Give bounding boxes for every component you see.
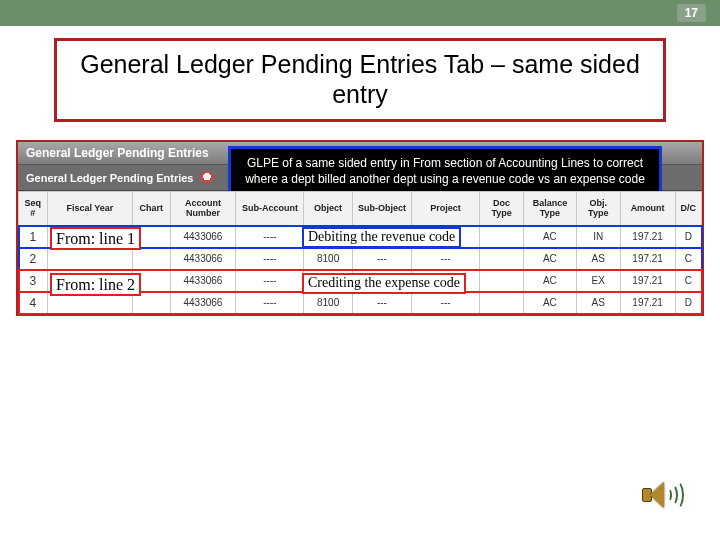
cell-dc: C — [675, 270, 701, 292]
col-amount: Amount — [620, 192, 675, 226]
sub-header-label: General Ledger Pending Entries — [26, 172, 194, 184]
glpe-table-wrapper: Seq # Fiscal Year Chart Account Number S… — [18, 191, 702, 314]
col-sub-object: Sub-Object — [352, 192, 411, 226]
cell-doctype — [480, 248, 524, 270]
cell-account: 4433066 — [170, 292, 236, 314]
cell-doctype — [480, 270, 524, 292]
screenshot-frame: General Ledger Pending Entries General L… — [16, 140, 704, 316]
cell-seq: 2 — [19, 248, 48, 270]
cell-baltype: AC — [524, 270, 577, 292]
col-account: Account Number — [170, 192, 236, 226]
cell-account: 4433066 — [170, 270, 236, 292]
speaker-icon[interactable] — [636, 474, 684, 522]
cell-subacct: ---- — [236, 270, 304, 292]
col-project: Project — [412, 192, 480, 226]
cell-amount: 197.21 — [620, 226, 675, 248]
cell-seq: 3 — [19, 270, 48, 292]
cell-project: --- — [412, 248, 480, 270]
cell-subobj: --- — [352, 292, 411, 314]
cell-subacct: ---- — [236, 292, 304, 314]
col-balance-type: Balance Type — [524, 192, 577, 226]
top-bar: 17 — [0, 0, 720, 26]
cell-account: 4433066 — [170, 226, 236, 248]
col-seq: Seq # — [19, 192, 48, 226]
page-title: General Ledger Pending Entries Tab – sam… — [67, 49, 653, 109]
col-chart: Chart — [133, 192, 170, 226]
cell-object: 8100 — [304, 248, 352, 270]
cell-baltype: AC — [524, 292, 577, 314]
annotation-from-line-1: From: line 1 — [50, 227, 141, 250]
annotation-crediting: Crediting the expense code — [302, 273, 466, 294]
table-row: 2 4433066 ---- 8100 --- --- AC AS 197.21… — [19, 248, 702, 270]
cell-objtype: EX — [576, 270, 620, 292]
cell-dc: D — [675, 292, 701, 314]
cell-doctype — [480, 226, 524, 248]
col-object: Object — [304, 192, 352, 226]
cell-fy — [47, 248, 133, 270]
cell-seq: 1 — [19, 226, 48, 248]
cell-amount: 197.21 — [620, 248, 675, 270]
cell-amount: 197.21 — [620, 270, 675, 292]
col-sub-account: Sub-Account — [236, 192, 304, 226]
cell-doctype — [480, 292, 524, 314]
col-obj-type: Obj. Type — [576, 192, 620, 226]
cell-dc: D — [675, 226, 701, 248]
col-dc: D/C — [675, 192, 701, 226]
table-header-row: Seq # Fiscal Year Chart Account Number S… — [19, 192, 702, 226]
cell-object: 8100 — [304, 292, 352, 314]
cell-baltype: AC — [524, 226, 577, 248]
annotation-from-line-2: From: line 2 — [50, 273, 141, 296]
cell-dc: C — [675, 248, 701, 270]
cell-subobj: --- — [352, 248, 411, 270]
cell-objtype: IN — [576, 226, 620, 248]
annotation-debiting: Debiting the revenue code — [302, 227, 461, 248]
page-number: 17 — [677, 4, 706, 22]
cell-amount: 197.21 — [620, 292, 675, 314]
cell-subacct: ---- — [236, 226, 304, 248]
col-doc-type: Doc Type — [480, 192, 524, 226]
cell-account: 4433066 — [170, 248, 236, 270]
cell-objtype: AS — [576, 248, 620, 270]
callout-glpe-explanation: GLPE of a same sided entry in From secti… — [228, 146, 662, 196]
refresh-icon[interactable] — [200, 171, 214, 185]
cell-seq: 4 — [19, 292, 48, 314]
title-box: General Ledger Pending Entries Tab – sam… — [54, 38, 666, 122]
cell-project: --- — [412, 292, 480, 314]
col-fiscal-year: Fiscal Year — [47, 192, 133, 226]
cell-chart — [133, 248, 170, 270]
cell-objtype: AS — [576, 292, 620, 314]
cell-baltype: AC — [524, 248, 577, 270]
cell-subacct: ---- — [236, 248, 304, 270]
